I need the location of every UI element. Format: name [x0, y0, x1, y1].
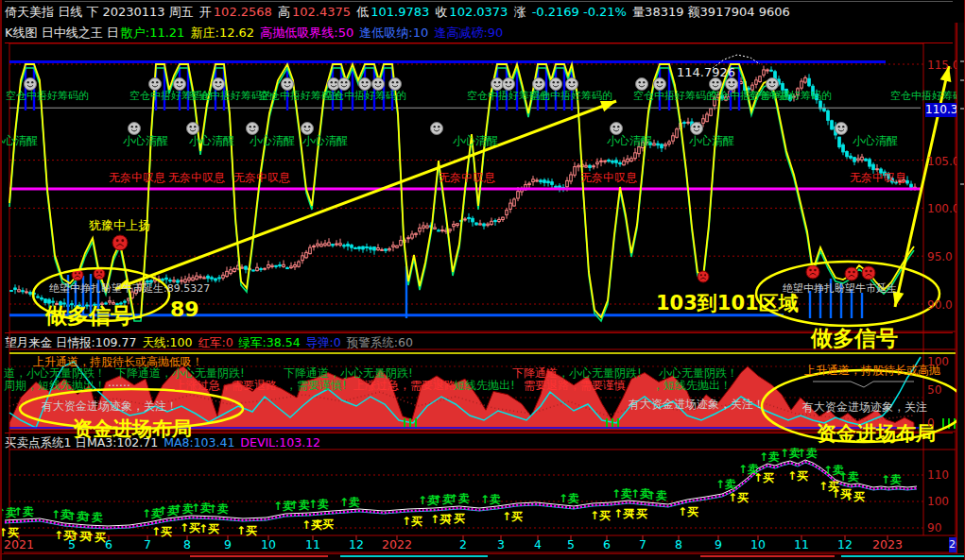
kline-segment: 新庄:12.62 — [191, 25, 259, 40]
kline-segment: K线图 日中线之王 日 — [5, 25, 119, 40]
quote-segment: 102.2568 — [214, 5, 276, 19]
y-axis-label: 0 — [927, 416, 935, 430]
quote-segment: 102.4375 — [292, 5, 354, 19]
bottom-window-strip — [2, 553, 965, 560]
x-axis-label: 7 — [639, 537, 646, 552]
y-axis-label: 100.0 — [927, 202, 959, 215]
wangyue-segment: 预警系统:60 — [347, 335, 413, 349]
window-strip-segment — [841, 555, 965, 560]
strip-mark-icon — [960, 183, 965, 185]
x-axis-label: 7 — [144, 537, 151, 552]
y-axis-label: 95.0 — [927, 250, 953, 263]
x-axis-label: 8 — [183, 537, 191, 552]
x-axis-label: 8 — [675, 537, 682, 552]
wangyue-segment: 天线:100 — [142, 335, 196, 349]
current-price-badge: 110.3 — [925, 103, 956, 117]
buysell-indicator-bar: 买卖点系统1 日MA3:102.71 MA8:103.41 DEVIL:103.… — [5, 433, 953, 451]
y-axis-label: 100 — [927, 355, 949, 368]
x-axis-label: 9 — [224, 537, 232, 552]
x-axis-label: 6 — [603, 537, 611, 552]
quote-segment: 涨 — [514, 5, 530, 19]
x-axis-label: 12 — [349, 537, 364, 552]
strip-mark-icon — [960, 79, 965, 81]
quote-segment: 量38319 额3917904 9606 — [632, 5, 790, 19]
quote-segment: 101.9783 — [370, 5, 433, 19]
quote-segment: 102.0373 — [449, 5, 511, 19]
kline-segment: 高抛低吸界线:50 — [260, 25, 357, 40]
y-axis-label: 90.0 — [927, 298, 953, 312]
y-axis-label: 50 — [927, 383, 941, 397]
quote-segment: -0.2169 -0.21% — [532, 5, 630, 19]
wangyue-segment: 导弹:0 — [306, 335, 345, 349]
x-axis-label: 12 — [837, 537, 853, 552]
main-candlestick-chart[interactable] — [9, 43, 923, 332]
y-axis-label: 110 — [927, 468, 949, 482]
x-axis-label: 4 — [534, 537, 542, 552]
y-axis-label: 115.0 — [927, 59, 959, 72]
trading-app-window: 倚天美指 日线 下 20230113 周五 开102.2568 高102.437… — [0, 0, 965, 560]
y-axis-label: 90 — [927, 521, 941, 535]
x-axis-label: 3 — [497, 537, 505, 552]
kline-segment: 逢高减磅:90 — [434, 25, 503, 40]
wangyue-indicator-bar: 望月来金 日情报:109.77 天线:100 红军:0 绿军:38.54 导弹:… — [5, 332, 953, 351]
x-axis-label: 6 — [105, 537, 112, 552]
quote-segment: 高 — [278, 5, 290, 19]
quote-segment: 开 — [199, 5, 212, 19]
x-axis-label: 2023 — [872, 537, 903, 552]
x-axis-label: 5 — [68, 537, 76, 552]
maimai-segment: DEVIL:103.12 — [240, 435, 320, 450]
window-strip-segment — [190, 555, 328, 560]
x-axis-label: 10 — [750, 537, 766, 552]
x-axis-label: 2022 — [382, 537, 412, 552]
x-axis-label: 5 — [567, 537, 575, 552]
x-axis-label: 10 — [261, 537, 276, 552]
right-scroll-strip[interactable] — [956, 23, 965, 553]
window-strip-segment — [700, 555, 835, 560]
maimai-segment: MA8:103.41 — [164, 435, 238, 450]
x-axis-label: 2 — [459, 537, 467, 552]
fund-flow-chart[interactable] — [9, 350, 923, 433]
x-axis-label: 9 — [715, 537, 722, 552]
maimai-segment: 买卖点系统1 日MA3:102.71 — [5, 435, 162, 450]
quote-segment: 倚天美指 日线 下 20230113 周五 — [5, 5, 198, 19]
quote-bar: 倚天美指 日线 下 20230113 周五 开102.2568 高102.437… — [5, 1, 953, 23]
kline-info-bar: K线图 日中线之王 日散户:11.21 新庄:12.62 高抛低吸界线:50 逢… — [5, 23, 953, 43]
y-axis-label: 105.0 — [927, 155, 959, 168]
window-strip-segment — [340, 555, 488, 560]
buysell-signal-chart[interactable] — [9, 450, 923, 535]
strip-mark-icon — [960, 108, 965, 110]
quote-segment: 收 — [435, 5, 447, 19]
quote-segment: 低 — [356, 5, 369, 19]
x-axis-label: 11 — [794, 537, 809, 552]
strip-mark-icon — [960, 60, 965, 62]
wangyue-segment: 望月来金 日情报:109.77 — [5, 335, 140, 349]
wangyue-segment: 绿军:38.54 — [239, 335, 304, 349]
x-axis-label: 11 — [305, 537, 320, 552]
x-axis-label: 2021 — [4, 537, 34, 552]
kline-segment: 散户:11.21 — [121, 25, 189, 40]
kline-segment: 逢低吸纳:10 — [359, 25, 432, 40]
wangyue-segment: 红军:0 — [198, 335, 236, 349]
y-axis-label: 100 — [927, 495, 949, 508]
